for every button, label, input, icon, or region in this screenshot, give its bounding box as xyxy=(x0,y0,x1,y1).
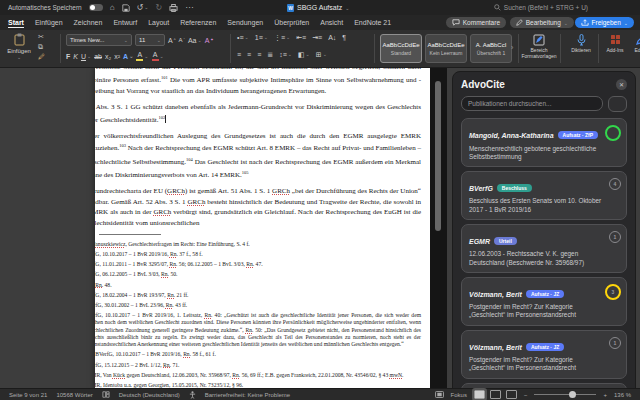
publication-card[interactable]: Völzmann, BeritAufsatz · JZ Postgender i… xyxy=(461,330,627,379)
citation-count-indicator: 4 xyxy=(609,178,621,190)
ribbon-tab[interactable]: Sendungen xyxy=(227,17,263,28)
language-indicator[interactable]: Deutsch (Deutschland) xyxy=(119,392,180,398)
footnote: 98Ebd., Rn. 48. xyxy=(95,279,421,289)
publication-card[interactable]: Völzmann, BeritAufsatz · JZ Postgender i… xyxy=(461,277,627,326)
decrease-indent-icon[interactable]: ⇤≡ xyxy=(296,34,306,41)
ribbon-tab[interactable]: Referenzen xyxy=(180,17,216,28)
ribbon-tab[interactable]: Überprüfen xyxy=(274,17,309,28)
focus-label[interactable]: Fokus xyxy=(451,392,467,398)
focus-icon[interactable] xyxy=(435,391,444,398)
accessibility-status[interactable]: Barrierefreiheit: Keine Probleme xyxy=(205,392,290,398)
style-card[interactable]: A. AaBbCcI Überschrift 1 xyxy=(470,34,512,63)
ribbon-tab[interactable]: Start xyxy=(8,17,24,28)
share-button[interactable]: Freigeben ⌄ xyxy=(575,17,634,28)
zoom-level[interactable]: 136 % xyxy=(614,392,631,398)
font-size-select[interactable]: 11⌄ xyxy=(135,34,165,46)
multilevel-list-button[interactable]: ⋮≡⌄ xyxy=(274,34,290,41)
home-icon[interactable]: ⌂ xyxy=(110,4,115,12)
zoom-slider-thumb[interactable] xyxy=(569,391,576,398)
underline-button[interactable]: U⌄ xyxy=(81,53,91,60)
align-center-button[interactable]: ≡ xyxy=(247,51,251,58)
strikethrough-button[interactable]: ab xyxy=(94,53,102,60)
publication-type-badge: Aufsatz · JZ xyxy=(526,290,564,298)
format-painter-icon[interactable]: 🖉 xyxy=(38,53,45,60)
style-card[interactable]: AaBbCcDdEe Kein Leerraum xyxy=(425,34,467,63)
outline-view-icon[interactable] xyxy=(506,390,517,399)
close-icon[interactable]: ✕ xyxy=(616,79,627,90)
align-left-button[interactable]: ≡ xyxy=(237,51,241,58)
shading-button[interactable]: ◧⌄ xyxy=(298,51,310,58)
style-gallery-more-icon[interactable]: › xyxy=(511,44,513,51)
proofing-icon[interactable] xyxy=(102,391,110,398)
autosave-toggle[interactable] xyxy=(89,4,103,11)
document-page[interactable]: grundrechtliche Schutz nicht auf Persone… xyxy=(95,67,430,389)
borders-button[interactable]: ⊞⌄ xyxy=(316,51,327,58)
document-title[interactable]: W SBGG Aufsatz ⌄ xyxy=(287,0,349,15)
save-icon[interactable] xyxy=(122,4,130,12)
bold-button[interactable]: F xyxy=(66,53,70,60)
redo-icon[interactable]: ↻ xyxy=(155,4,162,12)
ribbon-tab[interactable]: Layout xyxy=(148,17,169,28)
ribbon-tab[interactable]: EndNote 21 xyxy=(354,17,391,28)
sort-button[interactable]: A↓ xyxy=(328,34,336,41)
grow-font-button[interactable]: A^ xyxy=(168,37,176,44)
undo-icon[interactable]: ↺⌄ xyxy=(137,4,149,12)
editing-mode-button[interactable]: Bearbeitung ⌄ xyxy=(510,17,574,28)
more-commands-icon[interactable]: ⋯ xyxy=(185,4,193,12)
copy-icon[interactable]: ⧉ xyxy=(38,43,45,51)
highlight-color-button[interactable]: A⌄ xyxy=(136,51,148,61)
publication-search-input[interactable] xyxy=(461,96,603,111)
print-layout-view-icon[interactable] xyxy=(474,390,485,399)
chevron-down-icon: ⌄ xyxy=(624,20,628,26)
bullet-list-button[interactable]: •≡⌄ xyxy=(237,34,249,41)
document-scrollbar[interactable] xyxy=(430,67,447,389)
web-layout-view-icon[interactable] xyxy=(490,390,501,399)
zoom-out-button[interactable]: − xyxy=(524,392,528,398)
subscript-button[interactable]: x₂ xyxy=(105,53,111,60)
align-right-button[interactable]: ≡ xyxy=(257,51,261,58)
toggle-knob xyxy=(90,5,95,10)
search-filter-button[interactable] xyxy=(608,96,627,112)
footnote: 95BVerfG, 10.10.2017 – 1 BvR 2019/16, Rn… xyxy=(95,248,421,258)
numbered-list-button[interactable]: 1≡⌄ xyxy=(255,34,268,41)
paste-button[interactable]: Einfügen ⌄ xyxy=(6,33,32,60)
line-spacing-button[interactable]: ↕≡⌄ xyxy=(279,51,292,58)
clear-formatting-button[interactable]: A✦ xyxy=(205,37,214,44)
style-card[interactable]: AaBbCcDdEe Standard xyxy=(380,34,422,63)
scrollbar-thumb[interactable] xyxy=(435,81,441,231)
zoom-in-button[interactable]: + xyxy=(603,392,607,398)
italic-button[interactable]: K xyxy=(73,53,78,60)
accessibility-icon[interactable] xyxy=(189,391,196,399)
comments-button[interactable]: Kommentare xyxy=(446,17,506,28)
ribbon-tab[interactable]: Ansicht xyxy=(320,17,343,28)
superscript-button[interactable]: x² xyxy=(114,53,120,60)
publication-type-badge: Beschluss xyxy=(497,184,532,192)
increase-indent-icon[interactable]: ⇥≡ xyxy=(312,34,322,41)
ribbon-tab[interactable]: Entwurf xyxy=(113,17,137,28)
editor-button[interactable]: Editor xyxy=(628,33,640,53)
zoom-slider[interactable] xyxy=(534,394,596,395)
justify-button[interactable]: ≣ xyxy=(267,51,273,58)
text-effects-button[interactable]: A⌄ xyxy=(123,53,133,60)
shrink-font-button[interactable]: Aˇ xyxy=(179,37,185,43)
styles-pane-button[interactable]: Bereich Formatvorlagen xyxy=(521,33,557,60)
word-count[interactable]: 10568 Wörter xyxy=(56,392,92,398)
pilcrow-button[interactable]: ¶ xyxy=(342,34,346,41)
print-icon[interactable] xyxy=(169,4,178,12)
footnotes: 94Vgl. Januszkiewicz, Geschlechterfragen… xyxy=(95,238,421,389)
paragraph: grundrechtliche Schutz nicht auf Persone… xyxy=(95,67,421,97)
ribbon-tab[interactable]: Einfügen xyxy=(35,17,63,28)
titlebar-search[interactable]: Suchen (Befehl + STRG + U) xyxy=(494,0,588,15)
publication-card[interactable]: BVerfGBeschluss Beschluss des Ersten Sen… xyxy=(461,171,627,220)
change-case-button[interactable]: Aa⌄ xyxy=(188,37,202,44)
dictate-button[interactable]: Diktieren xyxy=(563,33,599,53)
page-indicator[interactable]: Seite 9 von 21 xyxy=(9,392,47,398)
publication-card[interactable]: Mangold, Anna-KatharinaAufsatz · ZfP Men… xyxy=(461,118,627,167)
font-color-button[interactable]: A⌄ xyxy=(152,51,164,61)
cut-icon[interactable]: ✂ xyxy=(38,33,45,41)
addins-button[interactable]: Add-Ins xyxy=(600,33,630,53)
ribbon-tab[interactable]: Zeichnen xyxy=(74,17,103,28)
search-icon xyxy=(494,4,501,11)
publication-card[interactable]: EGMRUrteil 12.06.2003 - Rechtssache V. K… xyxy=(461,224,627,273)
font-name-select[interactable]: Times New...⌄ xyxy=(66,34,132,46)
